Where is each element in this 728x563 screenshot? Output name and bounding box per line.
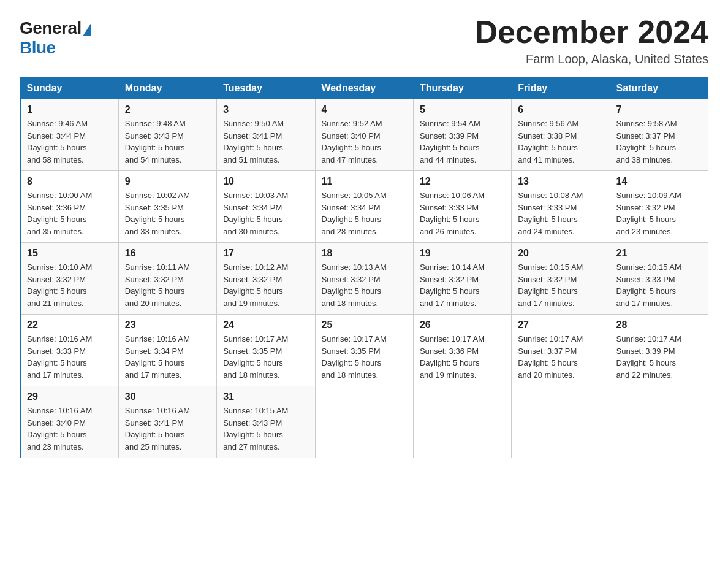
logo[interactable]: General Blue: [20, 18, 91, 58]
calendar-day-cell: 24Sunrise: 10:17 AMSunset: 3:35 PMDaylig…: [217, 315, 315, 386]
weekday-header-tuesday: Tuesday: [217, 78, 315, 99]
day-info: Sunrise: 10:17 AMSunset: 3:36 PMDaylight…: [420, 333, 505, 381]
day-info: Sunrise: 10:16 AMSunset: 3:40 PMDaylight…: [27, 405, 112, 453]
day-info: Sunrise: 9:58 AMSunset: 3:37 PMDaylight:…: [616, 118, 702, 166]
day-number: 7: [616, 104, 702, 115]
calendar-day-cell: 2Sunrise: 9:48 AMSunset: 3:43 PMDaylight…: [118, 99, 216, 171]
calendar-day-cell: 21Sunrise: 10:15 AMSunset: 3:33 PMDaylig…: [610, 243, 708, 315]
weekday-header-row: SundayMondayTuesdayWednesdayThursdayFrid…: [20, 78, 708, 99]
day-info: Sunrise: 10:09 AMSunset: 3:32 PMDaylight…: [616, 190, 702, 237]
calendar-day-cell: 28Sunrise: 10:17 AMSunset: 3:39 PMDaylig…: [610, 315, 708, 386]
day-number: 23: [125, 320, 210, 331]
day-info: Sunrise: 10:17 AMSunset: 3:35 PMDaylight…: [322, 333, 407, 381]
day-number: 9: [125, 176, 210, 187]
day-info: Sunrise: 10:06 AMSunset: 3:33 PMDaylight…: [420, 190, 505, 237]
calendar-day-cell: 10Sunrise: 10:03 AMSunset: 3:34 PMDaylig…: [217, 171, 315, 243]
calendar-day-cell: 12Sunrise: 10:06 AMSunset: 3:33 PMDaylig…: [413, 171, 511, 243]
day-info: Sunrise: 10:02 AMSunset: 3:35 PMDaylight…: [125, 190, 210, 237]
day-number: 13: [518, 176, 603, 187]
day-info: Sunrise: 9:52 AMSunset: 3:40 PMDaylight:…: [322, 118, 407, 166]
calendar-day-cell: 14Sunrise: 10:09 AMSunset: 3:32 PMDaylig…: [610, 171, 708, 243]
day-info: Sunrise: 10:11 AMSunset: 3:32 PMDaylight…: [125, 261, 210, 309]
day-info: Sunrise: 10:05 AMSunset: 3:34 PMDaylight…: [322, 190, 407, 237]
calendar-day-cell: 31Sunrise: 10:15 AMSunset: 3:43 PMDaylig…: [217, 386, 315, 458]
title-block: December 2024 Farm Loop, Alaska, United …: [474, 15, 708, 66]
calendar-week-row: 8Sunrise: 10:00 AMSunset: 3:36 PMDayligh…: [20, 171, 708, 243]
day-number: 27: [518, 320, 603, 331]
day-info: Sunrise: 10:17 AMSunset: 3:37 PMDaylight…: [518, 333, 603, 381]
day-number: 6: [518, 104, 603, 115]
day-number: 3: [223, 104, 308, 115]
calendar-week-row: 29Sunrise: 10:16 AMSunset: 3:40 PMDaylig…: [20, 386, 708, 458]
calendar-day-cell: 1Sunrise: 9:46 AMSunset: 3:44 PMDaylight…: [20, 99, 118, 171]
calendar-day-cell: 27Sunrise: 10:17 AMSunset: 3:37 PMDaylig…: [512, 315, 610, 386]
day-number: 20: [518, 248, 603, 259]
calendar-day-cell: 30Sunrise: 10:16 AMSunset: 3:41 PMDaylig…: [118, 386, 216, 458]
day-number: 8: [27, 176, 112, 187]
calendar-day-cell: 15Sunrise: 10:10 AMSunset: 3:32 PMDaylig…: [20, 243, 118, 315]
logo-blue-text: Blue: [20, 38, 56, 58]
day-number: 29: [27, 391, 112, 402]
calendar-day-cell: 7Sunrise: 9:58 AMSunset: 3:37 PMDaylight…: [610, 99, 708, 171]
calendar-day-cell: [413, 386, 511, 458]
day-number: 31: [223, 391, 308, 402]
weekday-header-thursday: Thursday: [413, 78, 511, 99]
day-info: Sunrise: 10:08 AMSunset: 3:33 PMDaylight…: [518, 190, 603, 237]
calendar-day-cell: 18Sunrise: 10:13 AMSunset: 3:32 PMDaylig…: [315, 243, 413, 315]
day-info: Sunrise: 10:17 AMSunset: 3:35 PMDaylight…: [223, 333, 308, 381]
day-info: Sunrise: 10:15 AMSunset: 3:33 PMDaylight…: [616, 261, 702, 309]
day-number: 14: [616, 176, 702, 187]
calendar-day-cell: [315, 386, 413, 458]
calendar-week-row: 22Sunrise: 10:16 AMSunset: 3:33 PMDaylig…: [20, 315, 708, 386]
calendar-day-cell: [610, 386, 708, 458]
weekday-header-wednesday: Wednesday: [315, 78, 413, 99]
calendar-day-cell: 26Sunrise: 10:17 AMSunset: 3:36 PMDaylig…: [413, 315, 511, 386]
day-info: Sunrise: 10:14 AMSunset: 3:32 PMDaylight…: [420, 261, 505, 309]
day-info: Sunrise: 10:15 AMSunset: 3:32 PMDaylight…: [518, 261, 603, 309]
logo-general-text: General: [20, 18, 82, 38]
day-number: 25: [322, 320, 407, 331]
calendar-day-cell: 8Sunrise: 10:00 AMSunset: 3:36 PMDayligh…: [20, 171, 118, 243]
day-info: Sunrise: 9:56 AMSunset: 3:38 PMDaylight:…: [518, 118, 603, 166]
day-number: 30: [125, 391, 210, 402]
location-subtitle: Farm Loop, Alaska, United States: [474, 52, 708, 66]
day-number: 18: [322, 248, 407, 259]
day-number: 22: [27, 320, 112, 331]
day-number: 21: [616, 248, 702, 259]
day-number: 11: [322, 176, 407, 187]
day-number: 2: [125, 104, 210, 115]
day-info: Sunrise: 10:03 AMSunset: 3:34 PMDaylight…: [223, 190, 308, 237]
day-number: 1: [27, 104, 112, 115]
calendar-week-row: 1Sunrise: 9:46 AMSunset: 3:44 PMDaylight…: [20, 99, 708, 171]
calendar-day-cell: 9Sunrise: 10:02 AMSunset: 3:35 PMDayligh…: [118, 171, 216, 243]
day-info: Sunrise: 10:16 AMSunset: 3:41 PMDaylight…: [125, 405, 210, 453]
calendar-day-cell: 3Sunrise: 9:50 AMSunset: 3:41 PMDaylight…: [217, 99, 315, 171]
day-number: 5: [420, 104, 505, 115]
day-info: Sunrise: 10:17 AMSunset: 3:39 PMDaylight…: [616, 333, 702, 381]
calendar-day-cell: 29Sunrise: 10:16 AMSunset: 3:40 PMDaylig…: [20, 386, 118, 458]
day-info: Sunrise: 9:50 AMSunset: 3:41 PMDaylight:…: [223, 118, 308, 166]
day-info: Sunrise: 10:00 AMSunset: 3:36 PMDaylight…: [27, 190, 112, 237]
weekday-header-saturday: Saturday: [610, 78, 708, 99]
day-number: 24: [223, 320, 308, 331]
day-info: Sunrise: 9:48 AMSunset: 3:43 PMDaylight:…: [125, 118, 210, 166]
calendar-day-cell: 22Sunrise: 10:16 AMSunset: 3:33 PMDaylig…: [20, 315, 118, 386]
calendar-day-cell: 19Sunrise: 10:14 AMSunset: 3:32 PMDaylig…: [413, 243, 511, 315]
calendar-day-cell: [512, 386, 610, 458]
month-year-title: December 2024: [474, 15, 708, 50]
day-info: Sunrise: 10:16 AMSunset: 3:33 PMDaylight…: [27, 333, 112, 381]
calendar-day-cell: 6Sunrise: 9:56 AMSunset: 3:38 PMDaylight…: [512, 99, 610, 171]
weekday-header-friday: Friday: [512, 78, 610, 99]
day-number: 16: [125, 248, 210, 259]
day-info: Sunrise: 9:46 AMSunset: 3:44 PMDaylight:…: [27, 118, 112, 166]
calendar-day-cell: 23Sunrise: 10:16 AMSunset: 3:34 PMDaylig…: [118, 315, 216, 386]
calendar-day-cell: 13Sunrise: 10:08 AMSunset: 3:33 PMDaylig…: [512, 171, 610, 243]
day-info: Sunrise: 10:15 AMSunset: 3:43 PMDaylight…: [223, 405, 308, 453]
day-number: 26: [420, 320, 505, 331]
day-info: Sunrise: 10:12 AMSunset: 3:32 PMDaylight…: [223, 261, 308, 309]
weekday-header-sunday: Sunday: [20, 78, 118, 99]
day-info: Sunrise: 10:16 AMSunset: 3:34 PMDaylight…: [125, 333, 210, 381]
calendar-day-cell: 4Sunrise: 9:52 AMSunset: 3:40 PMDaylight…: [315, 99, 413, 171]
page-header: General Blue December 2024 Farm Loop, Al…: [20, 15, 708, 66]
calendar-day-cell: 17Sunrise: 10:12 AMSunset: 3:32 PMDaylig…: [217, 243, 315, 315]
